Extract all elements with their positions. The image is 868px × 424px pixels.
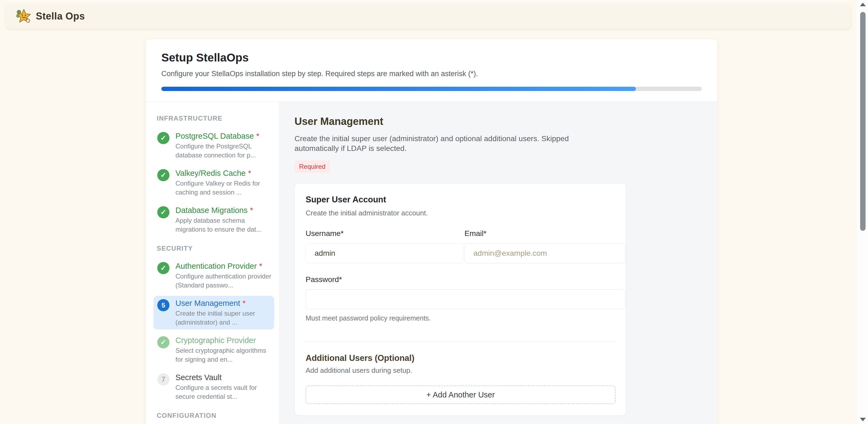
section-label-security: SECURITY <box>157 244 280 252</box>
step-done-check-icon: ✓ <box>157 206 169 218</box>
page-subtitle: Configure your StellaOps installation st… <box>161 70 702 78</box>
email-input[interactable] <box>465 243 625 263</box>
step-done-check-icon: ✓ <box>157 262 169 274</box>
card-subtitle: Create the initial administrator account… <box>306 209 615 217</box>
additional-users-title: Additional Users (Optional) <box>306 353 615 363</box>
scrollbar-down-arrow-icon[interactable] <box>860 418 866 421</box>
sidebar-item-user-management[interactable]: 5 User Management* Create the initial su… <box>153 296 274 329</box>
scrollbar-up-arrow-icon[interactable] <box>860 3 866 6</box>
sidebar-item-database-migrations[interactable]: ✓ Database Migrations* Apply database sc… <box>153 203 274 236</box>
section-label-infrastructure: INFRASTRUCTURE <box>157 115 280 122</box>
section-label-configuration: CONFIGURATION <box>157 412 280 419</box>
step-title: Database Migrations* <box>176 206 272 215</box>
sidebar-item-authentication-provider[interactable]: ✓ Authentication Provider* Configure aut… <box>153 259 274 292</box>
username-input[interactable] <box>306 243 464 263</box>
required-asterisk: * <box>259 262 262 270</box>
sidebar-item-secrets-vault[interactable]: 7 Secrets Vault Configure a secrets vaul… <box>153 370 274 404</box>
required-asterisk: * <box>243 299 246 307</box>
required-asterisk: * <box>256 132 259 140</box>
step-title: Secrets Vault <box>176 373 272 382</box>
step-description: Configure the PostgreSQL database connec… <box>176 142 272 160</box>
scrollbar-thumb[interactable] <box>860 12 866 231</box>
step-title: PostgreSQL Database* <box>176 131 272 141</box>
step-description: Select cryptographic algorithms for sign… <box>176 346 272 364</box>
username-label: Username* <box>306 229 464 238</box>
brand-title: Stella Ops <box>36 10 85 22</box>
card-title: Super User Account <box>306 195 615 204</box>
setup-wizard-container: Setup StellaOps Configure your StellaOps… <box>146 39 717 424</box>
sidebar-item-cryptographic-provider[interactable]: ✓ Cryptographic Provider Select cryptogr… <box>153 333 274 366</box>
step-number-badge: 5 <box>157 299 169 311</box>
step-title: Cryptographic Provider <box>176 336 272 345</box>
step-title: User Management* <box>176 299 272 308</box>
step-done-check-icon: ✓ <box>157 132 169 144</box>
password-label: Password* <box>306 275 625 284</box>
step-description: Create the initial super user (administr… <box>176 309 272 327</box>
additional-users-subtitle: Add additional users during setup. <box>306 366 615 375</box>
top-navigation-bar: Stella Ops <box>5 4 851 29</box>
step-number-badge: 7 <box>157 373 169 386</box>
step-page-description: Create the initial super user (administr… <box>294 134 598 153</box>
step-description: Configure a secrets vault for secure cre… <box>176 383 272 401</box>
step-done-check-icon: ✓ <box>157 169 169 181</box>
email-label: Email* <box>465 229 625 238</box>
required-asterisk: * <box>248 169 251 177</box>
setup-progress-bar <box>161 87 702 91</box>
super-user-account-card: Super User Account Create the initial ad… <box>294 183 626 416</box>
step-page-title: User Management <box>294 116 717 127</box>
steps-sidebar: INFRASTRUCTURE ✓ PostgreSQL Database* Co… <box>146 102 280 424</box>
vertical-scrollbar[interactable] <box>857 0 868 424</box>
sidebar-item-valkey-redis-cache[interactable]: ✓ Valkey/Redis Cache* Configure Valkey o… <box>153 166 274 199</box>
step-description: Apply database schema migrations to ensu… <box>176 216 272 234</box>
section-divider <box>306 341 616 341</box>
step-title: Valkey/Redis Cache* <box>176 168 272 178</box>
step-title: Authentication Provider* <box>176 261 272 271</box>
stella-ops-logo-icon[interactable] <box>16 8 31 24</box>
add-another-user-button[interactable]: + Add Another User <box>306 386 616 404</box>
wizard-header: Setup StellaOps Configure your StellaOps… <box>146 39 717 102</box>
required-asterisk: * <box>250 206 253 215</box>
progress-fill <box>161 87 636 91</box>
password-helper-text: Must meet password policy requirements. <box>306 314 625 322</box>
password-input[interactable] <box>306 289 625 309</box>
step-done-check-icon: ✓ <box>157 336 169 349</box>
required-status-badge: Required <box>294 160 330 173</box>
sidebar-item-postgresql-database[interactable]: ✓ PostgreSQL Database* Configure the Pos… <box>153 129 274 162</box>
step-description: Configure Valkey or Redis for caching an… <box>176 179 272 197</box>
page-title: Setup StellaOps <box>161 51 702 64</box>
step-content-panel: User Management Create the initial super… <box>280 102 717 424</box>
step-description: Configure authentication provider (Stand… <box>176 272 272 290</box>
